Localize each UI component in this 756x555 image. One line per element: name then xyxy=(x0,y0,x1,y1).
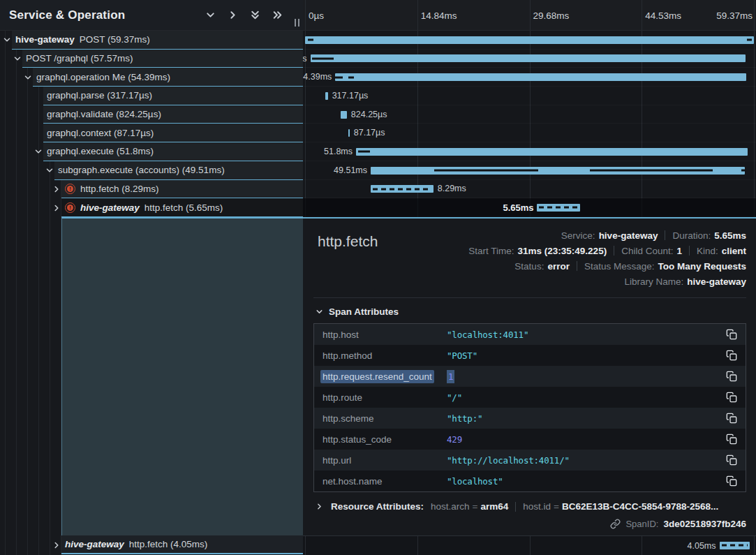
span-tree-row[interactable]: graphql.context (87.17µs) xyxy=(0,124,303,142)
collapse-all-icon[interactable] xyxy=(249,9,261,21)
span-attributes-title: Span Attributes xyxy=(329,306,399,317)
meta-label: Service: xyxy=(561,230,595,241)
attribute-row: http.scheme"http:" xyxy=(314,408,746,429)
span-bar[interactable] xyxy=(537,204,579,212)
waterfall-row[interactable]: 57.57ms xyxy=(303,50,756,68)
resource-attributes-items: host.arch=arm64host.id=BC62E13B-C4CC-585… xyxy=(431,501,718,512)
attribute-key: http.url xyxy=(323,455,447,466)
span-tree-row[interactable]: graphql.execute (51.8ms) xyxy=(0,142,303,161)
waterfall-row[interactable] xyxy=(303,31,756,50)
span-bar[interactable] xyxy=(720,542,750,549)
waterfall-row[interactable]: 87.17µs xyxy=(303,124,756,142)
span-row-label: graphql.validate (824.25µs) xyxy=(47,109,161,119)
copy-icon[interactable] xyxy=(726,350,737,361)
span-bar[interactable] xyxy=(371,167,745,175)
span-bar[interactable] xyxy=(341,111,347,119)
span-attributes-toggle[interactable]: Span Attributes xyxy=(315,306,746,317)
meta-label: Start Time: xyxy=(468,246,514,256)
waterfall-row[interactable]: 8.29ms xyxy=(303,180,756,199)
span-bar[interactable] xyxy=(325,92,327,100)
span-service-name: hive-gateway xyxy=(15,34,75,45)
bar-inner-mark xyxy=(308,39,313,41)
span-duration-label: 57.57ms xyxy=(303,50,307,68)
span-tree-row[interactable]: hive-gatewayPOST (59.37ms) xyxy=(0,31,303,50)
timeline-tick: 29.68ms xyxy=(533,0,570,31)
copy-icon[interactable] xyxy=(726,371,737,382)
span-meta-item: Start Time:31ms (23:35:49.225) xyxy=(468,246,607,256)
span-bar[interactable] xyxy=(305,36,754,44)
chevron-down-icon[interactable] xyxy=(13,54,22,64)
attribute-value: "http://localhost:4011/" xyxy=(447,455,570,466)
span-bar[interactable] xyxy=(348,129,350,137)
divider xyxy=(577,261,577,271)
span-row-label: http.fetch (8.29ms) xyxy=(80,184,159,194)
chevron-right-icon[interactable] xyxy=(52,540,61,550)
copy-icon[interactable] xyxy=(726,475,737,487)
meta-label: Kind: xyxy=(697,246,718,256)
trace-viewer: Service & Operation hive-gatewayPOST (59… xyxy=(0,0,756,555)
bar-inner-mark xyxy=(590,170,713,172)
meta-value: client xyxy=(722,246,746,256)
waterfall-row[interactable]: 54.39ms xyxy=(303,68,756,87)
resource-attributes-row[interactable]: Resource Attributes: host.arch=arm64host… xyxy=(315,501,746,512)
timeline-tick: 44.53ms xyxy=(645,0,681,31)
error-icon: ! xyxy=(65,202,75,213)
span-meta-item: Service:hive-gateway xyxy=(561,230,658,241)
waterfall-row[interactable]: 49.51ms xyxy=(303,161,756,180)
timeline-panel: 0µs14.84ms29.68ms44.53ms59.37ms 57.57ms5… xyxy=(303,0,756,555)
span-tree-row[interactable]: !http.fetch (8.29ms) xyxy=(0,180,303,199)
span-meta-item: Child Count:1 xyxy=(621,246,682,256)
waterfall-row[interactable]: 824.25µs xyxy=(303,105,756,124)
chevron-right-icon[interactable] xyxy=(52,184,61,194)
span-service-name: hive-gateway xyxy=(65,539,124,549)
span-tree-row[interactable]: graphql.parse (317.17µs) xyxy=(0,87,303,105)
copy-icon[interactable] xyxy=(726,454,737,466)
timeline-ruler: 0µs14.84ms29.68ms44.53ms59.37ms xyxy=(303,0,756,31)
expand-one-icon[interactable] xyxy=(227,9,239,21)
span-tree-row[interactable]: subgraph.execute (accounts) (49.51ms) xyxy=(0,161,303,180)
meta-value: 1 xyxy=(676,246,682,256)
attribute-row: http.url"http://localhost:4011/" xyxy=(314,450,746,471)
waterfall-row[interactable]: 5.65ms xyxy=(303,198,756,217)
span-tree-row[interactable]: hive-gatewayhttp.fetch (4.05ms) xyxy=(0,535,303,554)
copy-icon[interactable] xyxy=(726,392,737,403)
expand-all-icon[interactable] xyxy=(272,9,283,21)
span-tree-row[interactable]: POST /graphql (57.57ms) xyxy=(0,50,303,68)
span-duration-label: 4.05ms xyxy=(688,536,716,555)
timeline-tick: 0µs xyxy=(309,0,324,31)
span-tree-row[interactable]: !hive-gatewayhttp.fetch (5.65ms) xyxy=(0,198,303,217)
waterfall-row[interactable]: 51.8ms xyxy=(303,142,756,161)
bar-inner-mark xyxy=(358,151,370,153)
span-tree-row[interactable]: graphql.validate (824.25µs) xyxy=(0,105,303,124)
span-bar[interactable] xyxy=(335,73,746,81)
copy-icon[interactable] xyxy=(726,329,737,340)
attribute-key: http.scheme xyxy=(323,413,447,424)
meta-value: 5.65ms xyxy=(714,230,746,241)
chevron-right-icon[interactable] xyxy=(52,203,61,213)
timeline-gridline xyxy=(754,536,755,555)
copy-icon[interactable] xyxy=(726,413,737,424)
bar-inner-mark xyxy=(348,76,354,78)
span-tree-row[interactable]: graphql.operation Me (54.39ms) xyxy=(0,68,303,87)
error-icon: ! xyxy=(65,184,75,194)
bar-inner-mark xyxy=(434,170,538,172)
span-duration-label: 54.39ms xyxy=(303,68,332,86)
link-icon[interactable] xyxy=(610,519,621,529)
attribute-key: http.status_code xyxy=(323,434,447,445)
attribute-value: "/" xyxy=(447,392,462,403)
timeline-gridline xyxy=(530,0,531,30)
span-bar[interactable] xyxy=(311,54,746,62)
waterfall-row[interactable]: 317.17µs xyxy=(303,87,756,105)
bar-inner-mark xyxy=(312,57,334,59)
timeline-tick: 14.84ms xyxy=(421,0,457,31)
chevron-down-icon[interactable] xyxy=(2,35,12,45)
span-bar[interactable] xyxy=(356,148,748,156)
span-detail-panel: http.fetch Service:hive-gatewayDuration:… xyxy=(303,217,756,535)
copy-icon[interactable] xyxy=(726,434,737,445)
span-bar[interactable] xyxy=(371,185,433,193)
chevron-down-icon[interactable] xyxy=(34,147,43,156)
collapse-one-icon[interactable] xyxy=(205,9,216,21)
pane-splitter-handle[interactable] xyxy=(295,19,299,27)
chevron-down-icon[interactable] xyxy=(45,165,54,175)
chevron-down-icon[interactable] xyxy=(23,73,33,82)
